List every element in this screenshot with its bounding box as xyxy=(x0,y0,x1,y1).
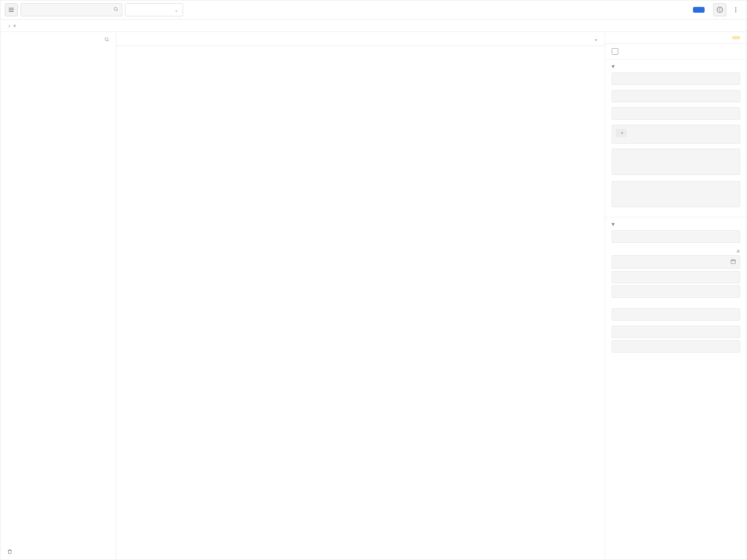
search-icon[interactable] xyxy=(114,7,119,13)
topics-input[interactable] xyxy=(612,107,740,120)
venue-input[interactable] xyxy=(612,271,740,283)
passage-chip-remove[interactable]: × xyxy=(621,130,624,136)
about-section-toggle[interactable]: ▾ xyxy=(612,63,740,70)
kebab-icon xyxy=(732,7,739,13)
passage-chip[interactable]: × xyxy=(616,129,627,137)
title-input[interactable] xyxy=(612,73,740,85)
add-button[interactable] xyxy=(693,7,705,13)
speaker-input[interactable] xyxy=(612,230,740,243)
speaker-section-toggle[interactable]: ▾ xyxy=(612,221,740,227)
trash-icon xyxy=(7,549,13,555)
svg-point-6 xyxy=(105,38,108,41)
filter-chip-close[interactable]: × xyxy=(13,22,16,29)
svg-point-5 xyxy=(735,11,736,12)
svg-point-4 xyxy=(735,9,736,11)
trash-link[interactable] xyxy=(7,549,16,555)
breadcrumb-separator: › xyxy=(8,22,10,29)
filter-search-icon[interactable] xyxy=(104,37,110,43)
info-icon xyxy=(717,7,723,13)
svg-point-3 xyxy=(735,7,736,8)
hamburger-icon xyxy=(8,7,15,13)
timeframe-dropdown[interactable]: ⌄ xyxy=(125,3,183,16)
radial-calendar-chart[interactable] xyxy=(147,89,575,517)
occasion-date-input[interactable] xyxy=(612,255,740,269)
caret-down-icon: ▾ xyxy=(612,221,616,227)
series-input[interactable] xyxy=(612,90,740,102)
private-notes-input[interactable] xyxy=(612,181,740,207)
search-input[interactable] xyxy=(21,3,122,16)
passages-box[interactable]: × xyxy=(612,125,740,144)
chevron-down-icon: ⌄ xyxy=(594,36,598,42)
radial-view: ⌄ xyxy=(116,32,605,560)
service-input[interactable] xyxy=(612,285,740,298)
calendars-dropdown[interactable]: ⌄ xyxy=(591,36,598,42)
more-button[interactable] xyxy=(729,3,742,16)
calendar-icon[interactable] xyxy=(730,259,736,265)
description-input[interactable] xyxy=(612,149,740,175)
filter-sidebar xyxy=(0,32,116,560)
caret-down-icon: ▾ xyxy=(612,63,616,70)
top-toolbar: ⌄ xyxy=(0,0,747,20)
search-box xyxy=(21,3,122,16)
occasion-remove[interactable]: × xyxy=(736,248,740,255)
breadcrumb-bar: › × xyxy=(0,20,747,32)
autopublish-checkbox[interactable] xyxy=(612,48,618,55)
svg-point-0 xyxy=(114,7,117,10)
menu-button[interactable] xyxy=(5,3,18,16)
liturgical-day-input[interactable] xyxy=(612,326,740,338)
status-badge xyxy=(732,36,740,39)
liturgical-season-input[interactable] xyxy=(612,340,740,353)
svg-rect-7 xyxy=(731,260,735,264)
chevron-down-icon: ⌄ xyxy=(174,7,178,13)
audience-input[interactable] xyxy=(612,308,740,321)
svg-point-2 xyxy=(719,8,720,9)
info-button[interactable] xyxy=(713,3,726,16)
details-panel: ▾ xyxy=(605,32,747,560)
